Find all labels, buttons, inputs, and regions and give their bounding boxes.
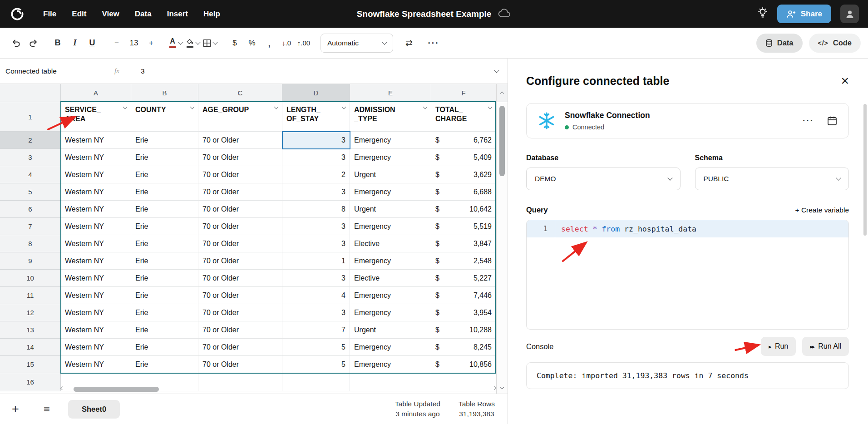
cell-D10[interactable]: 3 [282,270,350,287]
cell-C9[interactable]: 70 or Older [198,252,282,270]
field-header-D[interactable]: LENGTH_ OF_STAY [282,102,350,132]
cell-B10[interactable]: Erie [131,270,198,287]
cell-D6[interactable]: 8 [282,201,350,218]
code-line-1[interactable]: 1 select * from rz_hospital_data [527,220,848,237]
more-tools-button[interactable]: ··· [425,35,442,52]
chevron-down-icon[interactable] [488,105,493,109]
cell-D9[interactable]: 1 [282,252,350,270]
cell-A2[interactable]: Western NY [61,132,131,149]
sheet-tab[interactable]: Sheet0 [68,400,120,419]
row-header-13[interactable]: 13 [0,321,61,339]
bold-button[interactable]: B [49,35,66,52]
cell-F14[interactable]: $8,245 [431,339,496,356]
cell-A7[interactable]: Western NY [61,218,131,235]
row-header-9[interactable]: 9 [0,252,61,270]
cell-C2[interactable]: 70 or Older [198,132,282,149]
row-header-12[interactable]: 12 [0,304,61,321]
field-header-E[interactable]: ADMISSION _TYPE [350,102,431,132]
cell-E5[interactable]: Emergency [350,183,431,201]
fill-color-button[interactable] [184,35,202,52]
column-header-D[interactable]: D [282,84,350,102]
cell-D8[interactable]: 3 [282,235,350,252]
cell-A6[interactable]: Western NY [61,201,131,218]
row-header-6[interactable]: 6 [0,201,61,218]
vertical-scrollbar[interactable] [496,84,508,394]
percent-format-button[interactable]: % [243,35,261,52]
cell-C8[interactable]: 70 or Older [198,235,282,252]
cell-C15[interactable]: 70 or Older [198,356,282,373]
column-header-A[interactable]: A [61,84,131,102]
cell-D4[interactable]: 2 [282,166,350,183]
row-header-3[interactable]: 3 [0,149,61,166]
chevron-right-icon[interactable] [493,386,496,390]
cell-C6[interactable]: 70 or Older [198,201,282,218]
cell-E10[interactable]: Elective [350,270,431,287]
cell-E15[interactable]: Emergency [350,356,431,373]
borders-button[interactable] [202,35,219,52]
chevron-down-icon[interactable] [342,105,346,109]
cell-E12[interactable]: Emergency [350,304,431,321]
column-header-C[interactable]: C [198,84,282,102]
rows-logo[interactable] [9,6,25,22]
chevron-down-icon[interactable] [423,105,428,109]
account-button[interactable] [840,5,859,23]
undo-button[interactable] [7,35,25,52]
cell-A14[interactable]: Western NY [61,339,131,356]
cell-B2[interactable]: Erie [131,132,198,149]
transform-button[interactable]: ⇄ [400,35,418,52]
cell-C4[interactable]: 70 or Older [198,166,282,183]
cell-C3[interactable]: 70 or Older [198,149,282,166]
database-select[interactable]: DEMO [526,168,681,190]
cell-D2[interactable]: 3 [282,132,350,149]
cell-D7[interactable]: 3 [282,218,350,235]
chevron-down-icon[interactable] [190,105,195,109]
decrease-font-button[interactable]: − [108,35,125,52]
cell-D13[interactable]: 7 [282,321,350,339]
cell-E4[interactable]: Urgent [350,166,431,183]
cell-E3[interactable]: Emergency [350,149,431,166]
field-header-B[interactable]: COUNTY [131,102,198,132]
cell-C10[interactable]: 70 or Older [198,270,282,287]
row-header-2[interactable]: 2 [0,132,61,149]
cell-A12[interactable]: Western NY [61,304,131,321]
vertical-scrollbar-thumb[interactable] [499,106,505,176]
cell-B15[interactable]: Erie [131,356,198,373]
cell-A5[interactable]: Western NY [61,183,131,201]
formula-input[interactable]: 3 [141,67,145,75]
cell-E13[interactable]: Urgent [350,321,431,339]
cell-B3[interactable]: Erie [131,149,198,166]
cell-A4[interactable]: Western NY [61,166,131,183]
cell-D12[interactable]: 3 [282,304,350,321]
cell-F6[interactable]: $10,642 [431,201,496,218]
row-header-4[interactable]: 4 [0,166,61,183]
decrease-decimal-button[interactable]: ↓.0 [278,35,295,52]
schema-select[interactable]: PUBLIC [695,168,849,190]
cell-F7[interactable]: $5,519 [431,218,496,235]
query-editor[interactable]: 1 select * from rz_hospital_data [526,220,849,330]
cell-F5[interactable]: $6,688 [431,183,496,201]
increase-decimal-button[interactable]: ↑.00 [295,35,312,52]
create-variable-button[interactable]: + Create variable [795,206,849,214]
query-code-line[interactable]: select * from rz_hospital_data [555,225,696,233]
cell-A13[interactable]: Western NY [61,321,131,339]
cell-B12[interactable]: Erie [131,304,198,321]
cell-F11[interactable]: $7,446 [431,287,496,304]
cell-B9[interactable]: Erie [131,252,198,270]
cell-E9[interactable]: Emergency [350,252,431,270]
cell-E2[interactable]: Emergency [350,132,431,149]
cell-E6[interactable]: Urgent [350,201,431,218]
row-header-11[interactable]: 11 [0,287,61,304]
redo-button[interactable] [25,35,42,52]
menu-data[interactable]: Data [127,0,159,28]
horizontal-scrollbar[interactable] [61,386,496,392]
menu-file[interactable]: File [35,0,64,28]
cell-E11[interactable]: Emergency [350,287,431,304]
number-format-select[interactable]: Automatic [321,34,393,53]
underline-button[interactable]: U [84,35,101,52]
code-view-toggle[interactable]: </> Code [809,34,861,53]
cell-F12[interactable]: $3,954 [431,304,496,321]
cell-A11[interactable]: Western NY [61,287,131,304]
scroll-up-cap[interactable] [497,84,508,102]
chevron-down-icon[interactable] [274,105,279,109]
field-header-C[interactable]: AGE_GROUP [198,102,282,132]
